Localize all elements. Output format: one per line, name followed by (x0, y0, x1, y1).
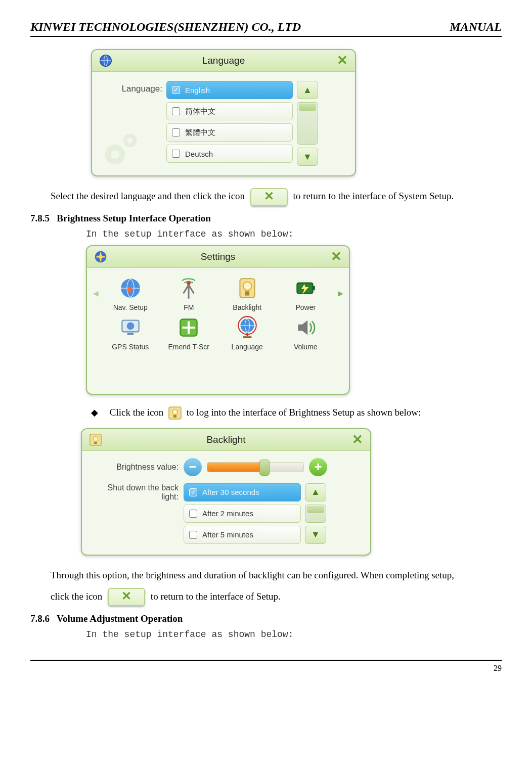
scroll-up-button[interactable]: ▲ (305, 483, 326, 502)
app-label: Volume (277, 343, 335, 351)
calibrate-icon (173, 314, 204, 341)
mono-text: In the setup interface as shown below: (86, 629, 502, 640)
paragraph: Through this option, the brightness and … (51, 565, 502, 607)
shutdown-label: Shut down the back light: (90, 483, 184, 502)
bullet-line: ◆ Click the icon to log into the interfa… (91, 404, 502, 421)
window-title: Language (92, 55, 355, 66)
window-title: Backlight (82, 434, 370, 445)
language-window: Language ✕ Language: English 简体中文 繁體中文 D… (91, 49, 356, 176)
titlebar: Settings ✕ (87, 246, 349, 268)
page-number: 29 (494, 664, 502, 672)
scroll-down-button[interactable]: ▼ (305, 526, 326, 544)
globe-stand-icon (232, 314, 263, 341)
language-option[interactable]: 繁體中文 (166, 123, 293, 142)
scroll-down-button[interactable]: ▼ (297, 148, 318, 166)
svg-rect-14 (313, 286, 315, 290)
titlebar: Language ✕ (92, 50, 355, 72)
app-label: Power (277, 303, 335, 311)
option-label: After 5 minutes (202, 530, 253, 539)
slider-fill (207, 463, 261, 472)
checkbox-icon (189, 510, 197, 518)
brightness-decrease-button[interactable]: − (184, 458, 202, 476)
page-left-button[interactable]: ◀ (92, 278, 99, 309)
brightness-label: Brightness value: (90, 463, 184, 472)
timeout-option[interactable]: After 30 seconds (184, 483, 301, 502)
checkbox-icon (172, 86, 180, 94)
svg-point-16 (126, 322, 134, 330)
option-label: English (185, 86, 210, 95)
titlebar: Backlight ✕ (82, 429, 370, 451)
mono-text: In the setup interface as shown below: (86, 229, 502, 239)
language-list: English 简体中文 繁體中文 Deutsch (166, 81, 293, 166)
app-emend-tscr[interactable]: Emend T-Scr (160, 314, 218, 351)
checkbox-icon (172, 150, 180, 158)
app-nav-setup[interactable]: Nav. Setup (101, 275, 160, 311)
section-heading-786: 7.8.6 Volume Adjustment Operation (30, 613, 502, 624)
scroll-thumb[interactable] (307, 506, 324, 513)
section-heading-785: 7.8.5 Brightness Setup Interface Operati… (30, 213, 502, 224)
page-footer: 29 (30, 660, 502, 673)
satellite-monitor-icon (115, 314, 146, 341)
scroll-track[interactable] (297, 102, 318, 145)
app-gps-status[interactable]: GPS Status (101, 314, 160, 351)
option-label: Deutsch (185, 150, 213, 158)
app-backlight[interactable]: Backlight (218, 275, 277, 311)
page-right-button[interactable]: ▶ (337, 278, 344, 309)
option-label: After 30 seconds (202, 488, 259, 496)
close-icon[interactable]: ✕ (351, 433, 364, 446)
app-volume[interactable]: Volume (277, 314, 335, 351)
option-label: After 2 minutes (202, 509, 253, 518)
app-label: Emend T-Scr (160, 343, 218, 351)
checkbox-icon (189, 488, 197, 496)
timeout-option[interactable]: After 2 minutes (184, 505, 301, 523)
settings-window: Settings ✕ ◀ Nav. Setup FM Backlight Pow… (86, 245, 350, 395)
speaker-icon (290, 314, 321, 341)
option-label: 繁體中文 (185, 128, 215, 138)
page-header: KINWEI TECHNOLOGIES(SHENZHEN) CO., LTD M… (30, 20, 502, 37)
antenna-icon (173, 275, 204, 301)
language-option[interactable]: Deutsch (166, 145, 293, 163)
app-label: FM (160, 303, 218, 311)
brightness-increase-button[interactable]: + (309, 458, 327, 476)
option-label: 简体中文 (185, 107, 215, 116)
close-icon[interactable]: ✕ (336, 54, 349, 67)
svg-point-3 (111, 150, 119, 158)
checkbox-icon (172, 128, 180, 136)
svg-rect-17 (127, 333, 134, 335)
svg-rect-23 (173, 415, 176, 418)
close-button-inline-icon: ✕ (250, 188, 288, 206)
svg-point-22 (172, 409, 178, 415)
window-title: Settings (87, 251, 349, 262)
backlight-timeout-list: After 30 seconds After 2 minutes After 5… (184, 483, 301, 547)
app-language[interactable]: Language (218, 314, 277, 351)
timeout-option[interactable]: After 5 minutes (184, 526, 301, 544)
checkbox-icon (172, 107, 180, 115)
language-option[interactable]: 简体中文 (166, 102, 293, 120)
globe-nav-icon (115, 275, 146, 301)
app-label: Language (218, 343, 277, 351)
app-label: Backlight (218, 303, 277, 311)
slider-thumb[interactable] (259, 460, 270, 476)
app-label: GPS Status (101, 343, 160, 351)
app-label: Nav. Setup (101, 303, 160, 311)
header-company: KINWEI TECHNOLOGIES(SHENZHEN) CO., LTD (30, 20, 301, 34)
svg-rect-12 (245, 291, 249, 295)
close-button-inline-icon: ✕ (108, 588, 145, 606)
gear-watermark-icon (99, 125, 145, 170)
lightbulb-icon (232, 275, 263, 301)
app-power[interactable]: Power (277, 275, 335, 311)
battery-icon (290, 275, 321, 301)
scroll-up-button[interactable]: ▲ (297, 81, 318, 99)
svg-point-11 (243, 282, 251, 290)
app-fm[interactable]: FM (160, 275, 218, 311)
lightbulb-inline-icon (168, 406, 182, 420)
scroll-thumb[interactable] (299, 104, 316, 111)
paragraph: Select the desired language and then cli… (51, 186, 502, 207)
language-option[interactable]: English (166, 81, 293, 99)
header-doc-type: MANUAL (450, 20, 502, 34)
scroll-track[interactable] (305, 505, 326, 523)
close-icon[interactable]: ✕ (330, 250, 343, 263)
brightness-slider[interactable] (207, 462, 304, 472)
checkbox-icon (189, 531, 197, 539)
backlight-window: Backlight ✕ Brightness value: − + Shut d… (81, 428, 371, 556)
